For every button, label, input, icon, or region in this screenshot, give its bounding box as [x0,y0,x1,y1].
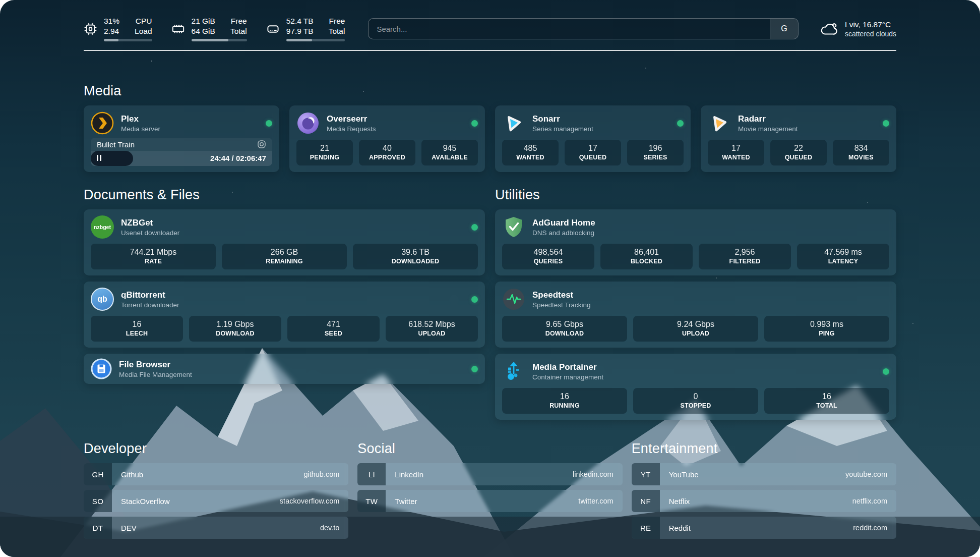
radarr-icon [708,112,731,135]
pause-icon [97,154,103,163]
service-card-filebrowser[interactable]: File Browser Media File Management [84,354,485,384]
bookmark-url: twitter.com [578,497,613,505]
status-dot [471,296,478,303]
bookmark-youtube[interactable]: YT YouTube youtube.com [632,463,896,485]
session-info-icon[interactable] [257,140,266,149]
disk-icon [266,22,280,36]
memory-icon [171,22,185,36]
bookmark-url: reddit.com [853,524,887,532]
bookmark-name: StackOverflow [121,497,170,506]
stat-latency: 47.569 msLATENCY [797,244,889,269]
app-name: qBittorrent [121,290,179,300]
stat-queries: 498,564QUERIES [502,244,594,269]
playback-time: 24:44 / 02:06:47 [210,151,266,166]
bookmark-name: DEV [121,524,137,532]
service-card-overseerr[interactable]: Overseerr Media Requests 21PENDING 40APP… [289,105,485,172]
bookmark-abbr: NF [632,490,660,512]
developer-section-title: Developer [84,441,348,457]
status-dot [266,120,272,127]
social-section-title: Social [357,441,622,457]
bookmark-reddit[interactable]: RE Reddit reddit.com [632,517,896,539]
stat-stopped: 0STOPPED [633,388,758,414]
bookmark-stackoverflow[interactable]: SO StackOverflow stackoverflow.com [84,490,348,512]
overseerr-icon [296,112,320,135]
stat-ping: 0.993 msPING [764,316,889,342]
dashboard-window: 31% CPU 2.94 Load 21 GiB [0,0,980,557]
bookmark-abbr: SO [84,490,112,512]
service-card-radarr[interactable]: Radarr Movie management 17WANTED 22QUEUE… [701,105,896,172]
service-card-sonarr[interactable]: Sonarr Series management 485WANTED 17QUE… [495,105,691,172]
bookmark-name: Netflix [669,497,690,506]
filebrowser-icon [91,358,112,379]
utilities-section-title: Utilities [495,187,896,203]
service-card-plex[interactable]: Plex Media server Bullet Train [84,105,279,172]
bookmark-abbr: YT [632,463,660,485]
app-desc: Media server [121,125,160,133]
status-dot [471,120,478,127]
bookmark-name: Github [121,470,143,479]
app-desc: DNS and adblocking [532,229,595,237]
service-card-speedtest[interactable]: Speedtest Speedtest Tracking 9.65 GbpsDO… [495,282,896,348]
stat-upload: 618.52 MbpsUPLOAD [386,316,478,342]
cpu-usage-value: 31% [104,16,119,26]
bookmark-abbr: TW [357,490,386,512]
weather-widget: Lviv, 16.87°C scattered clouds [819,20,896,38]
service-card-adguard[interactable]: AdGuard Home DNS and adblocking 498,564Q… [495,209,896,275]
weather-condition: scattered clouds [845,30,896,38]
memory-total-label: Total [230,26,247,36]
cpu-usage-label: CPU [136,16,152,26]
stat-available: 945AVAILABLE [421,140,478,165]
disk-total-label: Total [329,26,345,36]
top-bar: 31% CPU 2.94 Load 21 GiB [84,16,896,41]
stat-pending: 21PENDING [296,140,353,165]
search-input[interactable] [369,19,770,39]
disk-free-value: 52.4 TB [286,16,314,26]
section-entertainment: Entertainment YT YouTube youtube.com NF … [632,441,896,543]
sonarr-icon [502,112,525,135]
service-card-nzbget[interactable]: nzbget NZBGet Usenet downloader 744.21 M… [84,209,485,275]
app-desc: Series management [532,125,593,133]
app-desc: Movie management [738,125,798,133]
bookmark-abbr: DT [84,517,112,539]
bookmark-netflix[interactable]: NF Netflix netflix.com [632,490,896,512]
app-name: Radarr [738,114,798,124]
stat-downloaded: 39.6 TBDOWNLOADED [353,244,478,269]
media-section-title: Media [84,83,896,99]
stat-upload: 9.24 GbpsUPLOAD [633,316,758,342]
bookmark-url: youtube.com [845,470,887,478]
memory-free-value: 21 GiB [192,16,215,26]
entertainment-section-title: Entertainment [632,441,896,457]
bookmark-abbr: GH [84,463,112,485]
bookmark-github[interactable]: GH Github github.com [84,463,348,485]
app-name: Overseerr [327,114,376,124]
plex-now-playing: Bullet Train 24:44 / 02:06:47 [91,138,272,166]
stat-filtered: 2,956FILTERED [699,244,791,269]
stat-series: 196SERIES [627,140,684,165]
bookmark-dev[interactable]: DT DEV dev.to [84,517,348,539]
service-card-portainer[interactable]: Media Portainer Container management 16R… [495,354,896,420]
speedtest-icon [502,288,525,311]
app-name: File Browser [119,360,192,370]
memory-free-label: Free [231,16,247,26]
now-playing-title: Bullet Train [97,140,135,149]
stat-wanted: 17WANTED [708,140,764,165]
status-dot [883,368,889,375]
bookmark-name: Twitter [395,497,417,506]
bookmark-url: linkedin.com [573,470,614,478]
bookmark-linkedin[interactable]: LI LinkedIn linkedin.com [357,463,622,485]
weather-location-temp: Lviv, 16.87°C [845,20,896,29]
app-name: Sonarr [532,114,593,124]
stat-blocked: 86,401BLOCKED [600,244,693,269]
bookmark-url: netflix.com [852,497,887,505]
portainer-icon [502,360,525,383]
stat-wanted: 485WANTED [502,140,559,165]
bookmark-twitter[interactable]: TW Twitter twitter.com [357,490,622,512]
nzbget-icon: nzbget [91,215,114,239]
playback-progress-bar[interactable]: 24:44 / 02:06:47 [91,151,272,166]
stat-remaining: 266 GBREMAINING [222,244,347,269]
service-card-qbittorrent[interactable]: qb qBittorrent Torrent downloader 16LEEC… [84,282,485,348]
bookmark-abbr: LI [357,463,386,485]
app-name: AdGuard Home [532,218,595,228]
disk-free-label: Free [329,16,345,26]
search-engine-button[interactable]: G [770,19,798,39]
